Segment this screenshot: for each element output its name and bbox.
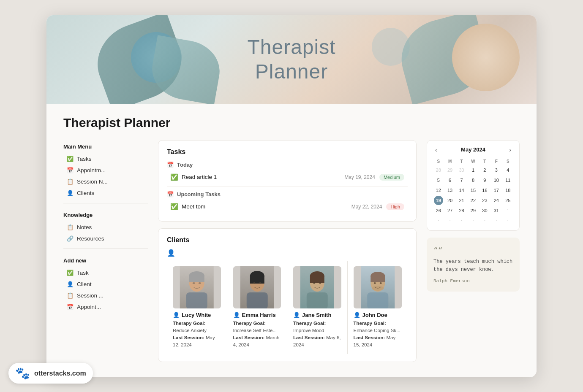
cal-day-2[interactable]: 2: [480, 165, 489, 175]
sidebar-add-client-label: Client: [77, 281, 92, 287]
client-info-0: Therapy Goal: Reduce Anxiety Last Sessio…: [173, 320, 221, 349]
cal-day-29[interactable]: 29: [469, 206, 478, 215]
sidebar-item-sessions[interactable]: 📋 Session N...: [63, 177, 148, 187]
cal-day-14[interactable]: 14: [457, 186, 466, 195]
task-name-2: Meet tom: [182, 203, 205, 210]
sessions-icon: 📋: [67, 178, 74, 185]
cal-day-26[interactable]: 26: [434, 206, 443, 215]
cal-day-nm5[interactable]: ·: [469, 216, 478, 225]
calendar-prev-button[interactable]: ‹: [433, 146, 439, 154]
cal-day-12[interactable]: 12: [434, 186, 443, 195]
task-row-1[interactable]: ✅ Read article 1 May 19, 2024 Medium: [167, 170, 408, 184]
cal-day-nm8[interactable]: ·: [503, 216, 512, 225]
cal-day-4[interactable]: 4: [503, 165, 512, 175]
cal-day-nm7[interactable]: ·: [492, 216, 501, 225]
task-divider: [167, 187, 408, 187]
task-check-2: ✅: [170, 203, 178, 211]
cal-day-13[interactable]: 13: [445, 186, 455, 195]
client-name-1: 👤 Emma Harris: [233, 312, 281, 318]
cal-day-8[interactable]: 8: [469, 176, 478, 185]
cal-day-21[interactable]: 21: [457, 196, 466, 205]
sidebar-item-appointments[interactable]: 📅 Appointm...: [63, 165, 148, 175]
client-card-3[interactable]: 👤 John Doe Therapy Goal: Enhance Coping …: [348, 261, 408, 354]
watermark-text: otterstacks.com: [34, 370, 86, 377]
client-avatar-img-2: [293, 266, 341, 308]
client-avatar-img-0: [173, 266, 221, 308]
quote-mark: ““: [433, 244, 513, 257]
cal-day-7[interactable]: 7: [457, 176, 466, 185]
cal-day-1[interactable]: 1: [469, 165, 478, 175]
client-card-1[interactable]: 👤 Emma Harris Therapy Goal: Increase Sel…: [227, 261, 288, 354]
cal-day-pm28[interactable]: 28: [434, 165, 443, 175]
cal-header-t1: T: [456, 158, 467, 165]
cal-day-20[interactable]: 20: [445, 196, 455, 205]
add-client-icon: 👤: [67, 281, 74, 287]
sidebar-add-task-label: Task: [77, 270, 89, 276]
cal-day-19[interactable]: 19: [434, 196, 443, 205]
cal-day-22[interactable]: 22: [469, 196, 478, 205]
cal-day-31[interactable]: 31: [492, 206, 501, 215]
sidebar-add-session-label: Session ...: [77, 292, 104, 299]
svg-point-6: [199, 282, 201, 284]
cal-day-nm1[interactable]: 1: [503, 206, 512, 215]
task-check-1: ✅: [170, 173, 178, 181]
client-card-0[interactable]: 👤 Lucy White Therapy Goal: Reduce Anxiet…: [167, 261, 227, 354]
cal-day-5[interactable]: 5: [434, 176, 443, 185]
cal-day-17[interactable]: 17: [492, 186, 501, 195]
task-row-2[interactable]: ✅ Meet tom May 22, 2024 High: [167, 200, 408, 214]
client-avatar-3: [354, 266, 402, 308]
cal-day-9[interactable]: 9: [480, 176, 489, 185]
cal-day-15[interactable]: 15: [469, 186, 478, 195]
cal-day-28[interactable]: 28: [457, 206, 466, 215]
cal-day-24[interactable]: 24: [492, 196, 501, 205]
calendar-next-button[interactable]: ›: [507, 146, 513, 154]
sidebar-item-tasks[interactable]: ✅ Tasks: [63, 154, 148, 164]
cal-day-nm2[interactable]: ·: [434, 216, 443, 225]
cal-day-25[interactable]: 25: [503, 196, 512, 205]
sidebar-item-resources[interactable]: 🔗 Resources: [63, 234, 148, 243]
cal-day-23[interactable]: 23: [480, 196, 489, 205]
client-name-3: 👤 John Doe: [354, 312, 402, 318]
client-avatar-1: [233, 266, 281, 308]
main-menu-label: Main Menu: [63, 143, 148, 150]
sidebar-item-add-appoint[interactable]: 📅 Appoint...: [63, 302, 148, 312]
cal-day-6[interactable]: 6: [445, 176, 455, 185]
add-appoint-icon: 📅: [67, 304, 74, 310]
cal-day-pm30[interactable]: 30: [457, 165, 466, 175]
app-container: Therapist Planner Therapist Planner Main…: [46, 15, 537, 377]
cal-day-nm3[interactable]: ·: [445, 216, 455, 225]
client-card-2[interactable]: 👤 Jane Smith Therapy Goal: Improve Mood …: [287, 261, 348, 354]
banner: Therapist Planner: [46, 15, 537, 104]
cal-day-16[interactable]: 16: [480, 186, 489, 195]
client-info-3: Therapy Goal: Enhance Coping Sk... Last …: [354, 320, 402, 349]
clients-icon: 👤: [67, 190, 74, 196]
cal-day-10[interactable]: 10: [492, 176, 501, 185]
cal-day-18[interactable]: 18: [503, 186, 512, 195]
svg-point-5: [193, 282, 195, 284]
cal-day-nm4[interactable]: ·: [457, 216, 466, 225]
cal-day-27[interactable]: 27: [445, 206, 455, 215]
notes-icon: 📋: [67, 224, 74, 230]
svg-point-13: [259, 282, 261, 284]
sidebar-item-add-client[interactable]: 👤 Client: [63, 279, 148, 289]
cal-day-11[interactable]: 11: [503, 176, 512, 185]
cal-day-pm29[interactable]: 29: [445, 165, 455, 175]
svg-point-12: [253, 282, 255, 284]
cal-day-30[interactable]: 30: [480, 206, 489, 215]
cal-header-s2: S: [503, 158, 513, 165]
sidebar-item-add-task[interactable]: ✅ Task: [63, 268, 148, 278]
sidebar-item-add-session[interactable]: 📋 Session ...: [63, 291, 148, 300]
cal-header-s: S: [433, 158, 444, 165]
sidebar-resources-label: Resources: [77, 235, 104, 242]
calendar-icon-upcoming: 📅: [167, 191, 174, 197]
calendar-icon-today: 📅: [167, 162, 174, 168]
appointments-icon: 📅: [67, 167, 74, 173]
task-date-2: May 22, 2024: [351, 204, 382, 210]
sidebar-item-clients[interactable]: 👤 Clients: [63, 188, 148, 198]
svg-rect-18: [310, 276, 324, 283]
sidebar-item-notes[interactable]: 📋 Notes: [63, 222, 148, 232]
clients-section: Clients 👤: [158, 228, 417, 362]
sidebar-notes-label: Notes: [77, 224, 92, 230]
cal-day-3[interactable]: 3: [492, 165, 501, 175]
cal-day-nm6[interactable]: ·: [480, 216, 489, 225]
